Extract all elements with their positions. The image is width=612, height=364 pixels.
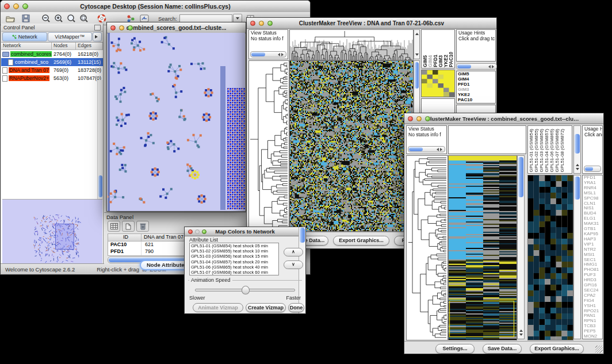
network-view-titlebar[interactable]: combined_scores_good.txt--cluste...	[107, 22, 246, 33]
global-heatmap-canvas[interactable]	[448, 155, 517, 340]
close-button[interactable]	[250, 21, 255, 26]
zoom-fit-icon[interactable]	[66, 14, 76, 24]
delete-attribute-button[interactable]	[136, 221, 149, 232]
new-attribute-button[interactable]	[122, 221, 135, 232]
export-graphics-button[interactable]: Export Graphics...	[333, 236, 389, 246]
animate-vizmap-button[interactable]: Animate Vizmap	[193, 303, 243, 312]
attribute-item[interactable]: GPL51-06 (GSM865) heat shock 40 min	[190, 265, 278, 270]
attribute-item[interactable]: GPL51-07 (GSM868) heat shock 60 min	[190, 270, 278, 275]
animation-speed-slider[interactable]	[195, 289, 295, 292]
scroll-left-icon[interactable]	[276, 53, 280, 56]
zoom-button[interactable]	[267, 21, 273, 26]
treeview2-title: ClusterMaker TreeView : combined_scores_…	[426, 116, 582, 122]
minimize-button[interactable]	[13, 3, 19, 9]
treeview1-title: ClusterMaker TreeView : DNA and Tran 07-…	[299, 20, 444, 26]
network-row[interactable]: combined_scores 2764(0) 16218(0)	[1, 50, 103, 58]
open-file-icon[interactable]	[5, 14, 15, 24]
scroll-right-icon[interactable]	[281, 53, 285, 56]
gene-tree-canvas[interactable]	[248, 60, 289, 232]
row-id: PFD1	[108, 248, 141, 255]
save-icon[interactable]	[21, 14, 30, 24]
minimize-button[interactable]	[416, 116, 422, 121]
slider-thumb[interactable]	[242, 286, 250, 294]
export-graphics-button[interactable]: Export Graphics...	[530, 344, 584, 354]
array-tree-scrollbar[interactable]	[414, 29, 420, 59]
zoom-button[interactable]	[425, 116, 430, 121]
dialog-titlebar[interactable]: Map Colors to Network	[185, 227, 305, 236]
zoom-button[interactable]	[202, 229, 206, 234]
gene-label[interactable]: MON2	[583, 334, 602, 339]
zoom-out-icon[interactable]	[41, 14, 51, 24]
attribute-item[interactable]: GPL51-04 (GSM857) heat shock 20 min	[190, 259, 278, 265]
usage-hints-scrollbar[interactable]	[584, 166, 601, 172]
gene-label-list[interactable]: GIM5GIM4PFD1GIM3YKE2PAC10	[456, 71, 496, 104]
treeview1-titlebar[interactable]: ClusterMaker TreeView : DNA and Tran 07-…	[247, 18, 496, 29]
birdseye-overview[interactable]	[2, 199, 102, 264]
network-view-title: combined_scores_good.txt--cluste...	[127, 25, 227, 31]
animation-speed-group: Animation Speed	[188, 280, 302, 301]
minimize-button[interactable]	[195, 229, 200, 234]
row-id: PAC10	[108, 242, 141, 248]
column-label-scrollbar[interactable]	[573, 125, 581, 174]
close-button[interactable]	[4, 3, 10, 9]
zoom-scrollbar[interactable]	[573, 175, 581, 339]
minimize-button[interactable]	[259, 21, 264, 26]
done-button[interactable]: Done	[288, 303, 304, 312]
network-table-header: Network Nodes Edges	[1, 43, 103, 50]
attribute-item[interactable]: GPL51-03 (GSM856) heat shock 15 min	[190, 254, 278, 259]
gene-label[interactable]: PAC10	[457, 97, 495, 102]
gene-label-list[interactable]: PFD1YRA1RNR4MSL1SPC98CLN1NIS1BUD4ELG1MAK…	[582, 175, 603, 339]
zoom-selected-icon[interactable]	[79, 14, 89, 24]
column-label: GPL51-08 (GSM872)	[560, 129, 565, 173]
view-status-scrollbar[interactable]	[408, 146, 445, 152]
id-column-header[interactable]: ID	[108, 234, 141, 241]
zoom-heatmap-canvas[interactable]	[421, 70, 455, 97]
settings-button[interactable]: Settings...	[435, 344, 475, 354]
gene-label[interactable]: GIM5	[457, 71, 495, 76]
attribute-item[interactable]: GPL51-01 (GSM854) heat shock 05 min	[190, 243, 278, 248]
array-tree-canvas[interactable]	[289, 29, 414, 60]
network-row[interactable]: combined_sco 2569(6) 13112(15)	[1, 58, 103, 66]
close-button[interactable]	[408, 116, 413, 121]
close-button[interactable]	[188, 229, 193, 234]
gene-label[interactable]: PFD1	[457, 82, 495, 87]
gene-label[interactable]: GIM3	[457, 87, 495, 92]
tab-network[interactable]: Network	[2, 32, 47, 41]
column-label: GPL51-02 (GSM855)	[534, 129, 539, 173]
zoom-heatmap-canvas[interactable]	[527, 175, 573, 340]
main-titlebar[interactable]: Cytoscape Desktop (Session Name: collins…	[1, 1, 310, 13]
dialog-title: Map Colors to Network	[215, 228, 274, 235]
gene-label[interactable]: YKE2	[457, 92, 495, 97]
move-up-button[interactable]: ∧	[284, 248, 303, 256]
attribute-select-button[interactable]	[108, 221, 120, 232]
tab-overflow-button[interactable]	[93, 32, 102, 41]
gene-tree-canvas[interactable]	[406, 155, 448, 340]
gene-label[interactable]: GIM4	[457, 76, 495, 82]
resize-grip[interactable]	[595, 346, 603, 353]
usage-hints-panel: Usage Hi Click and	[582, 125, 603, 174]
treeview2-titlebar[interactable]: ClusterMaker TreeView : combined_scores_…	[404, 113, 603, 124]
column-label: YKE2	[443, 55, 448, 67]
heatmap-scrollbar[interactable]	[517, 155, 525, 339]
attribute-list[interactable]: GPL51-01 (GSM854) heat shock 05 minGPL51…	[189, 243, 279, 275]
attribute-item[interactable]: GPL51-02 (GSM855) heat shock 10 min	[190, 248, 278, 254]
zoom-in-icon[interactable]	[53, 14, 63, 24]
tab-vizmapper[interactable]: VizMapper™	[48, 32, 93, 41]
zoom-button[interactable]	[128, 25, 133, 30]
close-button[interactable]	[110, 25, 116, 30]
network-row[interactable]: DNA and Tran 07 769(0) 183728(0)	[1, 66, 103, 74]
global-heatmap-canvas[interactable]	[289, 60, 414, 232]
view-status-scrollbar[interactable]	[250, 51, 286, 58]
control-panel-scrollbar[interactable]	[97, 80, 103, 200]
gene-label-scrollbar[interactable]	[456, 63, 497, 70]
float-panel-icon[interactable]	[94, 25, 101, 30]
zoom-button[interactable]	[22, 3, 28, 9]
create-vizmap-button[interactable]: Create Vizmap	[246, 303, 286, 312]
treeview-window-combined: ClusterMaker TreeView : combined_scores_…	[404, 113, 604, 354]
network-row[interactable]: RNAPuberNov2+ 563(0) 107847(0)	[1, 74, 103, 82]
help-icon[interactable]	[97, 14, 106, 24]
move-down-button[interactable]: ∨	[284, 260, 303, 269]
network-canvas[interactable]	[108, 33, 245, 211]
minimize-button[interactable]	[119, 25, 124, 30]
save-data-button[interactable]: Save Data...	[483, 344, 522, 354]
